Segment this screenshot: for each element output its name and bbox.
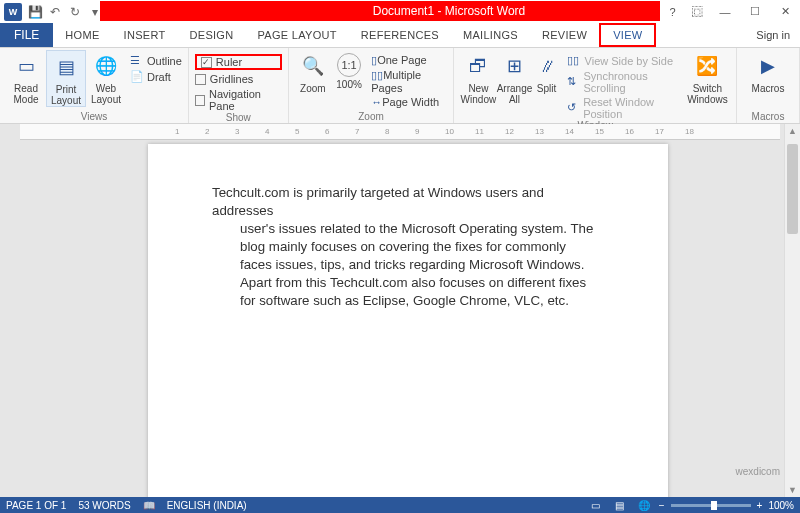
switch-windows-button[interactable]: 🔀 Switch Windows xyxy=(685,50,730,105)
switch-windows-label: Switch Windows xyxy=(685,83,730,105)
new-window-button[interactable]: 🗗 New Window xyxy=(460,50,496,105)
hundred-icon: 1:1 xyxy=(337,53,361,77)
arrange-all-button[interactable]: ⊞ Arrange All xyxy=(496,50,532,105)
split-icon: ⫽ xyxy=(533,53,561,81)
macros-button[interactable]: ▶ Macros xyxy=(743,50,793,94)
new-window-label: New Window xyxy=(460,83,496,105)
ruler-tick: 8 xyxy=(385,127,389,136)
redo-icon[interactable]: ↻ xyxy=(66,3,84,21)
side-by-side-label: View Side by Side xyxy=(585,55,673,67)
ruler-tick: 7 xyxy=(355,127,359,136)
tab-home[interactable]: HOME xyxy=(53,23,111,47)
ruler-tick: 5 xyxy=(295,127,299,136)
page-width-icon: ↔ xyxy=(371,96,382,108)
ruler-checkbox[interactable]: ✓Ruler xyxy=(195,54,282,70)
navigation-pane-checkbox[interactable]: Navigation Pane xyxy=(195,88,282,112)
multiple-pages-button[interactable]: ▯▯Multiple Pages xyxy=(371,69,447,94)
tab-view[interactable]: VIEW xyxy=(599,23,656,47)
sign-in-link[interactable]: Sign in xyxy=(756,23,790,47)
ruler-tick: 9 xyxy=(415,127,419,136)
draft-button[interactable]: 📄Draft xyxy=(130,70,182,84)
status-page[interactable]: PAGE 1 OF 1 xyxy=(6,500,66,511)
watermark: wexdicom xyxy=(736,466,780,477)
status-words[interactable]: 53 WORDS xyxy=(78,500,130,511)
text-line: Techcult.com is primarily targeted at Wi… xyxy=(212,184,604,220)
vertical-scrollbar[interactable]: ▲ ▼ xyxy=(784,124,800,497)
outline-button[interactable]: ☰Outline xyxy=(130,54,182,68)
maximize-button[interactable]: ☐ xyxy=(740,0,770,23)
outline-label: Outline xyxy=(147,55,182,67)
tab-file[interactable]: FILE xyxy=(0,23,53,47)
checkbox-icon xyxy=(195,95,205,106)
group-show: ✓Ruler Gridlines Navigation Pane Show xyxy=(189,48,289,123)
scroll-thumb[interactable] xyxy=(787,144,798,234)
web-layout-label: Web Layout xyxy=(86,83,126,105)
text-line: blog mainly focuses on covering the fixe… xyxy=(212,238,604,256)
ruler-tick: 6 xyxy=(325,127,329,136)
proofing-icon[interactable]: 📖 xyxy=(143,500,155,511)
document-text[interactable]: Techcult.com is primarily targeted at Wi… xyxy=(148,144,668,310)
scroll-down-icon[interactable]: ▼ xyxy=(785,483,800,497)
zoom-out-icon[interactable]: − xyxy=(659,500,665,511)
page[interactable]: Techcult.com is primarily targeted at Wi… xyxy=(148,144,668,497)
tab-page-layout[interactable]: PAGE LAYOUT xyxy=(245,23,348,47)
zoom-in-icon[interactable]: + xyxy=(757,500,763,511)
ruler-tick: 3 xyxy=(235,127,239,136)
close-button[interactable]: ✕ xyxy=(770,0,800,23)
help-button[interactable]: ? xyxy=(660,0,685,23)
word-icon: W xyxy=(4,3,22,21)
web-layout-button[interactable]: 🌐 Web Layout xyxy=(86,50,126,107)
tab-design[interactable]: DESIGN xyxy=(178,23,246,47)
split-button[interactable]: ⫽ Split xyxy=(533,50,561,94)
zoom-slider-thumb[interactable] xyxy=(711,501,717,510)
navpane-label: Navigation Pane xyxy=(209,88,282,112)
minimize-button[interactable]: — xyxy=(710,0,740,23)
sync-icon: ⇅ xyxy=(567,75,580,89)
tab-references[interactable]: REFERENCES xyxy=(349,23,451,47)
hundred-label: 100% xyxy=(336,79,362,90)
ruler-tick: 13 xyxy=(535,127,544,136)
side-by-side-button: ▯▯View Side by Side xyxy=(567,54,685,68)
page-width-label: Page Width xyxy=(382,96,439,108)
checkbox-icon xyxy=(195,74,206,85)
print-layout-view-icon[interactable]: ▤ xyxy=(611,499,629,511)
tab-insert[interactable]: INSERT xyxy=(112,23,178,47)
ruler-tick: 4 xyxy=(265,127,269,136)
sync-scroll-button: ⇅Synchronous Scrolling xyxy=(567,70,685,94)
page-width-button[interactable]: ↔Page Width xyxy=(371,96,447,108)
tab-mailings[interactable]: MAILINGS xyxy=(451,23,530,47)
read-mode-button[interactable]: ▭ Read Mode xyxy=(6,50,46,107)
read-mode-view-icon[interactable]: ▭ xyxy=(587,499,605,511)
zoom-button[interactable]: 🔍 Zoom xyxy=(295,50,331,94)
gridlines-checkbox[interactable]: Gridlines xyxy=(195,73,282,85)
ruler-tick: 16 xyxy=(625,127,634,136)
zoom-icon: 🔍 xyxy=(299,53,327,81)
print-layout-label: Print Layout xyxy=(47,84,85,106)
ribbon-tabs: FILE HOME INSERT DESIGN PAGE LAYOUT REFE… xyxy=(0,23,800,48)
horizontal-ruler[interactable]: 1 2 3 4 5 6 7 8 9 10 11 12 13 14 15 16 1… xyxy=(20,124,780,140)
arrange-all-icon: ⊞ xyxy=(501,53,529,81)
ruler-tick: 1 xyxy=(175,127,179,136)
ruler-tick: 15 xyxy=(595,127,604,136)
window-controls: ? ⿴ — ☐ ✕ xyxy=(660,0,800,23)
status-language[interactable]: ENGLISH (INDIA) xyxy=(167,500,247,511)
zoom-slider[interactable] xyxy=(671,504,751,507)
zoom-label: Zoom xyxy=(300,83,326,94)
one-page-label: One Page xyxy=(377,54,427,66)
ribbon-display-icon[interactable]: ⿴ xyxy=(685,0,710,23)
zoom-level[interactable]: 100% xyxy=(768,500,794,511)
hundred-percent-button[interactable]: 1:1 100% xyxy=(331,50,367,90)
scroll-up-icon[interactable]: ▲ xyxy=(785,124,800,138)
window-title: Document1 - Microsoft Word xyxy=(373,4,526,18)
undo-icon[interactable]: ↶ xyxy=(46,3,64,21)
print-layout-button[interactable]: ▤ Print Layout xyxy=(46,50,86,107)
tab-review[interactable]: REVIEW xyxy=(530,23,599,47)
group-window: 🗗 New Window ⊞ Arrange All ⫽ Split ▯▯Vie… xyxy=(454,48,737,123)
save-icon[interactable]: 💾 xyxy=(26,3,44,21)
one-page-button[interactable]: ▯One Page xyxy=(371,54,447,67)
web-layout-view-icon[interactable]: 🌐 xyxy=(635,499,653,511)
quick-access-toolbar: 💾 ↶ ↻ ▾ xyxy=(26,3,104,21)
draft-icon: 📄 xyxy=(130,70,144,84)
sync-label: Synchronous Scrolling xyxy=(584,70,685,94)
draft-label: Draft xyxy=(147,71,171,83)
